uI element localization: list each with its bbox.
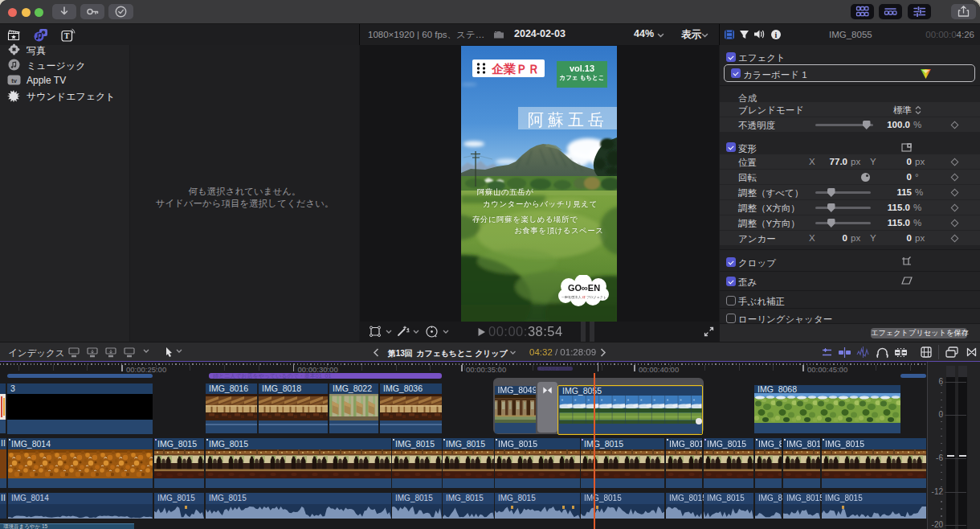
svg-text:i: i	[775, 31, 778, 39]
svg-text:tv: tv	[11, 77, 17, 84]
svg-text:T: T	[64, 32, 70, 40]
svg-text:GO∞EN: GO∞EN	[568, 283, 600, 293]
svg-text:一般社団法人 縁 プロジェクト: 一般社団法人 縁 プロジェクト	[561, 295, 606, 299]
